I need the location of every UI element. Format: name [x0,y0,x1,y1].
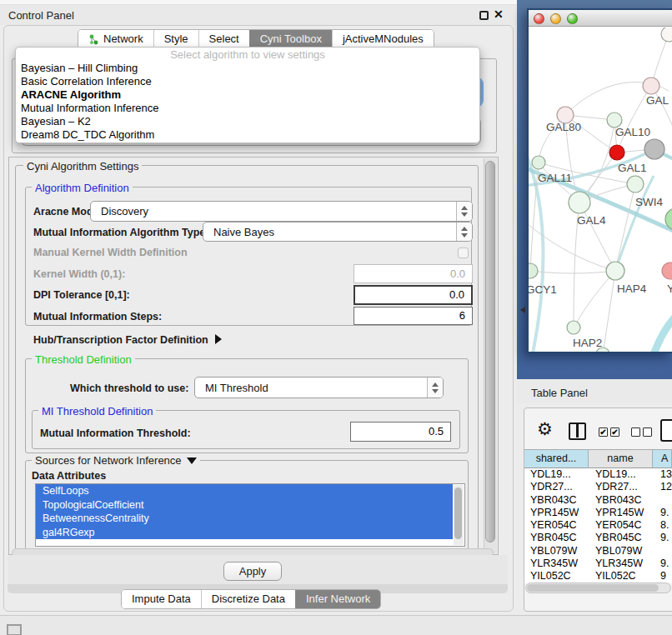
column-header-name[interactable]: name [589,449,653,468]
network-node-y[interactable] [662,262,672,279]
attributes-scrollbar[interactable] [454,485,464,545]
mac-zoom-icon[interactable] [567,13,578,24]
hub-definition-label: Hub/Transcription Factor Definition [33,334,208,346]
network-canvas[interactable]: GALGAL80GAL10GAL1GAL11GAL4SWI4GCY1HAP4YH… [529,28,672,352]
table-cell [652,494,672,507]
threshold-definition-title: Threshold Definition [32,353,135,366]
table-row[interactable]: YBR043CYBR043C [524,494,672,507]
tab-jactivemnodules[interactable]: jActiveMNodules [332,30,434,48]
stepper-arrows-icon[interactable] [456,202,472,221]
algorithm-option[interactable]: Bayesian – K2 [16,115,479,128]
mi-threshold-label: Mutual Information Threshold: [40,428,191,439]
kernel-width-label: Kernel Width (0,1): [33,268,125,280]
hub-definition-toggle[interactable]: Hub/Transcription Factor Definition [33,334,222,346]
sources-group-title[interactable]: Sources for Network Inference [32,454,200,467]
network-node-gal4[interactable] [569,192,590,213]
apply-button[interactable]: Apply [223,562,282,581]
network-node-hap2[interactable] [567,321,580,334]
tab-label: Select [209,30,239,48]
which-threshold-value: MI Threshold [195,382,427,394]
network-node[interactable] [609,145,624,160]
network-view-window[interactable]: GALGAL80GAL10GAL1GAL11GAL4SWI4GCY1HAP4YH… [527,8,672,353]
close-icon[interactable]: ✕ [494,8,504,21]
table-row[interactable]: YBL079WYBL079W [524,545,672,558]
table-row[interactable]: YLR345WYLR345W9. [524,558,672,570]
cyni-settings-group-title: Cyni Algorithm Settings [23,160,142,172]
algorithm-definition-title: Algorithm Definition [32,182,133,194]
attribute-list-item[interactable]: BetweennessCentrality [36,512,453,526]
dpi-tolerance-field[interactable]: 0.0 [354,285,473,305]
settings-vertical-scrollbar-thumb[interactable] [485,161,495,542]
network-node-hap4[interactable] [606,262,624,280]
stepper-arrows-icon[interactable] [427,378,443,398]
unchecked-checkbox-icon[interactable] [643,428,652,437]
network-node[interactable] [644,139,664,159]
tab-label: Infer Network [306,590,370,608]
tab-label: jActiveMNodules [343,30,424,48]
algorithm-option[interactable]: ARACNE Algorithm [16,88,479,102]
gear-icon[interactable]: ⚙ [537,419,553,439]
table-row[interactable]: YBR045CYBR045C9. [524,532,672,544]
algorithm-option[interactable]: Dream8 DC_TDC Algorithm [16,128,479,142]
algorithm-option[interactable]: Mutual Information Inference [16,102,479,115]
algorithm-option[interactable]: Basic Correlation Inference [16,75,479,88]
table-horizontal-scrollbar-thumb[interactable] [527,584,659,592]
table-row[interactable]: YPR145WYPR145W9. [524,507,672,519]
split-columns-icon[interactable] [569,422,586,440]
panel-resize-cursor-icon [520,307,525,313]
algorithm-option[interactable]: Bayesian – Hill Climbing [16,62,479,75]
table-cell: 9. [652,507,672,519]
dock-panel-icon[interactable] [7,624,22,635]
network-node-gal11[interactable] [532,156,545,169]
mi-algorithm-type-value: Naive Bayes [203,226,456,238]
tab-style[interactable]: Style [153,30,198,48]
expanded-arrow-icon[interactable] [187,458,197,464]
tab-label: Cyni Toolbox [260,30,322,48]
table-row[interactable]: YDR27...YDR27...12 [524,481,672,493]
table-cell: YDR27... [524,481,588,493]
attributes-scrollbar-thumb[interactable] [454,488,462,539]
aracne-mode-combobox[interactable]: Discovery [90,201,473,222]
table-row[interactable]: YDL19...YDL19...13 [524,468,672,481]
unchecked-checkbox-icon[interactable] [631,428,640,437]
subtab-infer-network[interactable]: Infer Network [295,590,380,608]
node-label: GAL10 [615,126,650,138]
attribute-list-item[interactable]: TopologicalCoefficient [36,498,453,512]
attribute-list-item[interactable]: SelfLoops [36,484,453,498]
attribute-list-item[interactable]: gal4RGexp [36,526,453,540]
table-cell: YBR043C [588,494,652,507]
mi-algorithm-type-combobox[interactable]: Naive Bayes [203,222,473,242]
new-table-icon[interactable] [660,419,672,442]
mi-threshold-field[interactable]: 0.5 [350,422,451,442]
table-cell: YBL079W [524,545,588,558]
data-attributes-list[interactable]: SelfLoopsTopologicalCoefficientBetweenne… [35,483,465,547]
tab-cyni-toolbox[interactable]: Cyni Toolbox [249,30,332,48]
tab-network[interactable]: Network [78,30,153,48]
network-node-gcy1[interactable] [529,263,538,278]
table-horizontal-scrollbar[interactable] [525,582,671,593]
mac-close-icon[interactable] [534,13,544,24]
subtab-impute-data[interactable]: Impute Data [122,590,201,608]
collapsed-arrow-icon[interactable] [215,334,222,344]
checked-checkbox-icon[interactable]: ✔ [599,428,608,437]
column-header-clipped[interactable]: A [653,449,672,468]
mac-minimize-icon[interactable] [550,13,561,24]
network-node-gal[interactable] [643,78,659,94]
which-threshold-combobox[interactable]: MI Threshold [194,377,444,398]
subtab-discretize-data[interactable]: Discretize Data [201,590,295,608]
network-node[interactable] [661,28,672,42]
stepper-arrows-icon[interactable] [456,222,472,241]
sources-group-label: Sources for Network Inference [35,454,182,467]
tab-select[interactable]: Select [198,30,249,48]
manual-kernel-width-checkbox[interactable] [458,248,469,258]
network-node-gal1[interactable] [627,176,644,192]
column-header-shared-name[interactable]: shared... [524,449,589,468]
checked-checkbox-icon[interactable]: ✔ [610,428,619,437]
node-label: SWI4 [635,196,663,208]
mi-algorithm-type-label: Mutual Information Algorithm Type: [33,227,208,238]
network-window-titlebar[interactable] [529,10,672,27]
mi-steps-field[interactable]: 6 [354,307,473,325]
table-row[interactable]: YIL052CYIL052C9 [524,570,672,582]
table-row[interactable]: YER054CYER054C8. [524,519,672,532]
float-window-icon[interactable] [479,11,489,20]
